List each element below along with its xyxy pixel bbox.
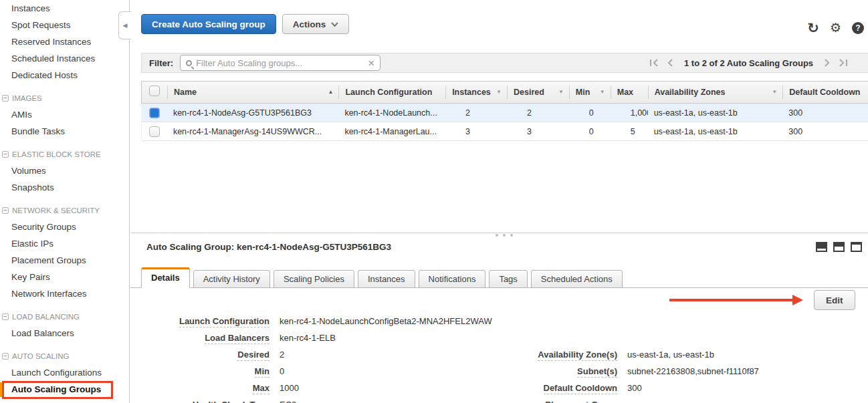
sidebar-item-elastic-ips[interactable]: Elastic IPs bbox=[0, 235, 129, 252]
collapse-section-icon[interactable]: − bbox=[2, 353, 9, 360]
clear-filter-icon[interactable]: × bbox=[368, 57, 374, 69]
filter-input[interactable] bbox=[196, 58, 368, 68]
collapse-section-icon[interactable]: − bbox=[2, 95, 9, 102]
chevron-down-icon bbox=[331, 22, 338, 27]
collapse-left-icon: ◀ bbox=[123, 22, 128, 29]
column-header-desired[interactable]: Desired ▼ bbox=[507, 86, 569, 99]
tab-activity-history[interactable]: Activity History bbox=[193, 270, 270, 288]
tab-tags[interactable]: Tags bbox=[489, 270, 527, 288]
sidebar-item-amis[interactable]: AMIs bbox=[0, 106, 129, 123]
field-label: Max bbox=[253, 383, 269, 394]
filter-bar: Filter: × 1 to 2 of 2 Auto Scaling Group… bbox=[141, 53, 868, 73]
details-fields-right: Availability Zone(s) us-east-1a, us-east… bbox=[498, 346, 859, 403]
sidebar-item-volumes[interactable]: Volumes bbox=[0, 162, 129, 179]
splitter-drag-handle-icon[interactable] bbox=[496, 234, 513, 237]
field-label: Availability Zone(s) bbox=[538, 350, 617, 361]
sidebar-item-reserved-instances[interactable]: Reserved Instances bbox=[0, 33, 129, 50]
refresh-icon[interactable]: ↻ bbox=[807, 21, 819, 35]
field-value: 300 bbox=[627, 383, 642, 393]
column-header-name[interactable]: Name ▲ bbox=[167, 86, 339, 99]
field-value: EC2 bbox=[280, 400, 296, 403]
gear-icon[interactable]: ⚙ bbox=[830, 21, 841, 35]
sidebar-item-scheduled-instances[interactable]: Scheduled Instances bbox=[0, 50, 129, 67]
tab-scaling-policies[interactable]: Scaling Policies bbox=[274, 270, 354, 288]
table-row[interactable]: ken-rc4-1-ManagerAsg-14US9WWCR... ken-rc… bbox=[141, 122, 868, 141]
sidebar-item-launch-configurations[interactable]: Launch Configurations bbox=[0, 364, 129, 381]
toolbar: Create Auto Scaling group Actions bbox=[141, 14, 349, 34]
cell-launch-configuration: ken-rc4-1-NodeLaunch... bbox=[338, 108, 445, 118]
cell-min: 0 bbox=[569, 127, 611, 136]
sidebar-item-placement-groups[interactable]: Placement Groups bbox=[0, 252, 129, 269]
collapse-section-icon[interactable]: − bbox=[2, 151, 9, 158]
pagination: 1 to 2 of 2 Auto Scaling Groups bbox=[649, 53, 849, 72]
column-header-min[interactable]: Min ▼ bbox=[569, 86, 611, 99]
cell-name: ken-rc4-1-NodeAsg-G5TU3P561BG3 bbox=[167, 108, 338, 118]
tab-instances[interactable]: Instances bbox=[358, 270, 415, 288]
pagination-last-icon[interactable] bbox=[839, 58, 849, 68]
field-label: Launch Configuration bbox=[179, 316, 269, 327]
pane-size-small-icon[interactable] bbox=[816, 242, 827, 252]
select-all-checkbox[interactable] bbox=[149, 86, 160, 96]
collapse-section-icon[interactable]: − bbox=[2, 207, 9, 214]
sidebar-item-spot-requests[interactable]: Spot Requests bbox=[0, 17, 129, 33]
edit-button[interactable]: Edit bbox=[814, 290, 855, 310]
pagination-next-icon[interactable] bbox=[823, 58, 831, 68]
pane-size-large-icon[interactable] bbox=[851, 242, 862, 252]
column-header-instances[interactable]: Instances ▼ bbox=[445, 86, 507, 99]
sidebar-item-instances[interactable]: Instances bbox=[0, 0, 129, 17]
cell-availability-zones: us-east-1a, us-east-1b bbox=[648, 127, 783, 136]
sidebar-item-bundle-tasks[interactable]: Bundle Tasks bbox=[0, 123, 129, 140]
tab-details[interactable]: Details bbox=[141, 267, 190, 288]
sort-icon: ▼ bbox=[772, 86, 777, 99]
row-checkbox[interactable] bbox=[149, 126, 160, 137]
sidebar-item-network-interfaces[interactable]: Network Interfaces bbox=[0, 285, 129, 302]
help-icon[interactable]: ? bbox=[852, 22, 864, 34]
column-label: Desired bbox=[514, 88, 544, 97]
sidebar-item-dedicated-hosts[interactable]: Dedicated Hosts bbox=[0, 67, 129, 84]
field-value: subnet-22163808,subnet-f1110f87 bbox=[627, 366, 759, 376]
panel-splitter[interactable] bbox=[130, 233, 868, 233]
sidebar-item-security-groups[interactable]: Security Groups bbox=[0, 219, 129, 235]
field-label: Default Cooldown bbox=[544, 383, 618, 394]
field-value: 1000 bbox=[280, 383, 299, 393]
pagination-prev-icon[interactable] bbox=[666, 58, 674, 68]
row-checkbox[interactable] bbox=[149, 108, 160, 118]
column-header-availability-zones[interactable]: Availability Zones ▼ bbox=[648, 86, 783, 99]
sidebar-section-images[interactable]: − IMAGES bbox=[0, 90, 129, 106]
sidebar-item-key-pairs[interactable]: Key Pairs bbox=[0, 269, 129, 285]
cell-launch-configuration: ken-rc4-1-ManagerLau... bbox=[338, 127, 445, 136]
field-health-check-type: Health Check Type EC2 bbox=[141, 396, 502, 403]
tab-notifications[interactable]: Notifications bbox=[419, 270, 486, 288]
sidebar-collapse-handle[interactable]: ◀ bbox=[118, 11, 132, 39]
cell-default-cooldown: 300 bbox=[782, 108, 868, 118]
filter-search-box[interactable]: × bbox=[180, 55, 381, 71]
column-header-default-cooldown[interactable]: Default Cooldown bbox=[782, 86, 868, 99]
column-header-max[interactable]: Max ▼ bbox=[611, 86, 648, 99]
sidebar-item-snapshots[interactable]: Snapshots bbox=[0, 179, 129, 196]
sidebar-section-auto-scaling[interactable]: − AUTO SCALING bbox=[0, 348, 129, 364]
field-value: ken-rc4-1-NodeLaunchConfigBeta2-MNA2HFEL… bbox=[280, 316, 492, 326]
table-header-row: Name ▲ Launch Configuration ▼ Instances … bbox=[141, 81, 868, 104]
sidebar-section-network-security[interactable]: − NETWORK & SECURITY bbox=[0, 203, 129, 219]
actions-button[interactable]: Actions bbox=[282, 14, 350, 34]
tab-scheduled-actions[interactable]: Scheduled Actions bbox=[531, 270, 623, 288]
cell-instances: 2 bbox=[445, 108, 507, 118]
red-annotation-arrow bbox=[669, 295, 803, 305]
create-auto-scaling-group-button[interactable]: Create Auto Scaling group bbox=[141, 14, 276, 34]
collapse-section-icon[interactable]: − bbox=[2, 313, 9, 320]
column-label: Launch Configuration bbox=[345, 88, 432, 97]
main-content: Create Auto Scaling group Actions ↻ ⚙ ? … bbox=[130, 0, 868, 403]
sidebar-section-load-balancing[interactable]: − LOAD BALANCING bbox=[0, 309, 129, 325]
field-label: Health Check Type bbox=[193, 400, 269, 403]
column-label: Availability Zones bbox=[655, 88, 726, 97]
table-row[interactable]: ken-rc4-1-NodeAsg-G5TU3P561BG3 ken-rc4-1… bbox=[141, 104, 868, 122]
sidebar-item-load-balancers[interactable]: Load Balancers bbox=[0, 325, 129, 342]
column-header-launch-configuration[interactable]: Launch Configuration ▼ bbox=[338, 86, 445, 99]
sidebar-item-auto-scaling-groups[interactable]: Auto Scaling Groups bbox=[0, 381, 129, 398]
section-header-label: AUTO SCALING bbox=[12, 348, 69, 364]
sidebar-section-ebs[interactable]: − ELASTIC BLOCK STORE bbox=[0, 146, 129, 162]
pane-size-medium-icon[interactable] bbox=[833, 242, 845, 252]
section-header-label: LOAD BALANCING bbox=[12, 309, 80, 325]
actions-button-label: Actions bbox=[293, 19, 326, 29]
pagination-first-icon[interactable] bbox=[649, 58, 659, 68]
